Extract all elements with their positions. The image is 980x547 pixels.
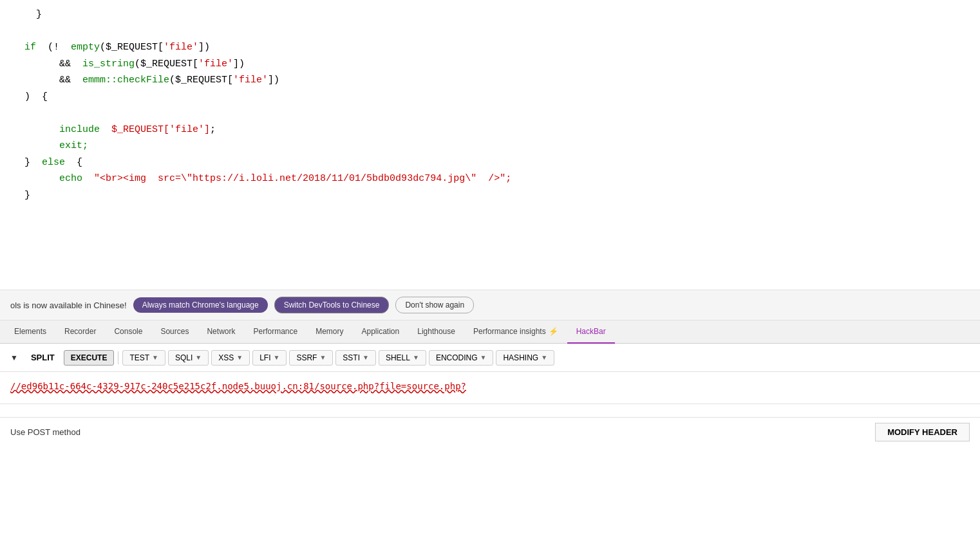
sqli-dropdown-arrow: ▼ — [195, 354, 202, 361]
url-bar: //ed96b11c-664c-4329-917c-240c5e215c2f.n… — [0, 372, 980, 404]
tab-performance[interactable]: Performance — [244, 320, 306, 344]
lfi-dropdown-arrow: ▼ — [274, 354, 280, 361]
use-post-label: Use POST method — [10, 427, 80, 437]
code-line: && emmm::checkFile($_REQUEST['file']) — [0, 72, 980, 89]
xss-dropdown-arrow: ▼ — [236, 354, 243, 361]
sqli-button[interactable]: SQLI ▼ — [168, 350, 209, 366]
arrow-button[interactable]: ▼ — [6, 351, 22, 365]
modify-header-button[interactable]: MODIFY HEADER — [875, 423, 970, 441]
code-line — [0, 105, 980, 122]
code-line: } — [0, 6, 980, 23]
code-line: } else { — [0, 154, 980, 171]
code-line: && is_string($_REQUEST['file']) — [0, 56, 980, 73]
tab-application[interactable]: Application — [353, 320, 409, 344]
notification-bar: ols is now available in Chinese! Always … — [0, 290, 980, 320]
switch-to-chinese-button[interactable]: Switch DevTools to Chinese — [274, 297, 390, 313]
tab-memory[interactable]: Memory — [306, 320, 352, 344]
always-match-language-button[interactable]: Always match Chrome's language — [133, 297, 268, 313]
ssrf-button[interactable]: SSRF ▼ — [289, 350, 333, 366]
tab-recorder[interactable]: Recorder — [55, 320, 105, 344]
tab-sources[interactable]: Sources — [151, 320, 198, 344]
test-dropdown-arrow: ▼ — [152, 354, 158, 361]
url-text[interactable]: //ed96b11c-664c-4329-917c-240c5e215c2f.n… — [10, 381, 466, 391]
hackbar-toolbar: ▼ SPLIT EXECUTE TEST ▼ SQLI ▼ XSS ▼ LFI … — [0, 344, 980, 372]
code-line: include $_REQUEST['file']; — [0, 122, 980, 138]
code-line: echo "<br><img src=\"https://i.loli.net/… — [0, 171, 980, 187]
tab-network[interactable]: Network — [198, 320, 244, 344]
shell-button[interactable]: SHELL ▼ — [379, 350, 426, 366]
bottom-bar: Use POST method MODIFY HEADER — [0, 417, 980, 447]
ssti-dropdown-arrow: ▼ — [363, 354, 369, 361]
split-button[interactable]: SPLIT — [24, 350, 61, 365]
code-line: } — [0, 187, 980, 204]
xss-button[interactable]: XSS ▼ — [211, 350, 250, 366]
tab-lighthouse[interactable]: Lighthouse — [408, 320, 464, 344]
encoding-dropdown-arrow: ▼ — [480, 354, 487, 361]
tab-performance-insights[interactable]: Performance insights ⚡ — [464, 320, 567, 344]
toolbar-separator — [118, 351, 118, 364]
chart-icon: ⚡ — [549, 327, 558, 336]
code-line: exit; — [0, 138, 980, 154]
encoding-button[interactable]: ENCODING ▼ — [429, 350, 494, 366]
code-editor: } if (! empty($_REQUEST['file']) && is_s… — [0, 0, 980, 290]
notification-text: ols is now available in Chinese! — [10, 301, 127, 310]
ssti-button[interactable]: SSTI ▼ — [335, 350, 376, 366]
shell-dropdown-arrow: ▼ — [413, 354, 419, 361]
hashing-dropdown-arrow: ▼ — [541, 354, 547, 361]
tab-hackbar[interactable]: HackBar — [567, 320, 615, 344]
lfi-button[interactable]: LFI ▼ — [252, 350, 287, 366]
code-line: if (! empty($_REQUEST['file']) — [0, 39, 980, 56]
execute-button[interactable]: EXECUTE — [64, 350, 115, 366]
test-button[interactable]: TEST ▼ — [122, 350, 165, 366]
dont-show-again-button[interactable]: Don't show again — [395, 297, 474, 313]
devtools-tabs: Elements Recorder Console Sources Networ… — [0, 320, 980, 344]
hashing-button[interactable]: HASHING ▼ — [496, 350, 554, 366]
code-line: ) { — [0, 89, 980, 106]
tab-elements[interactable]: Elements — [5, 320, 55, 344]
code-line — [0, 23, 980, 40]
ssrf-dropdown-arrow: ▼ — [319, 354, 326, 361]
tab-console[interactable]: Console — [105, 320, 151, 344]
